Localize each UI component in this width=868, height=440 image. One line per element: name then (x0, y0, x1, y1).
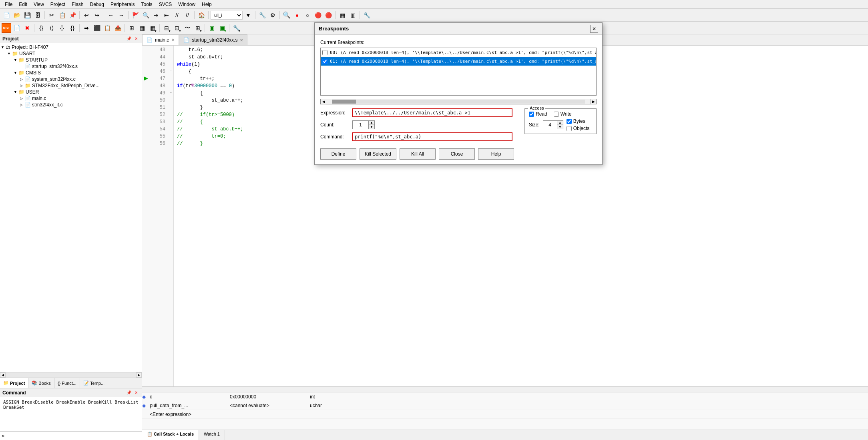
brace1-btn[interactable]: {} (36, 23, 46, 33)
dropdown-arrow[interactable]: ▼ (243, 10, 253, 20)
tree-item-mainc[interactable]: ▷ 📄 main.c (1, 95, 141, 102)
green-btn[interactable]: ▣ (207, 23, 217, 33)
size-down-icon[interactable]: ▼ (557, 125, 563, 129)
run-btn[interactable]: ● (292, 10, 302, 20)
undo-button[interactable]: ↩ (82, 10, 91, 20)
col2-btn[interactable]: ⊡▼ (172, 23, 182, 33)
dialog-close-button[interactable]: ✕ (590, 25, 598, 33)
tab-startup-close[interactable]: ✕ (240, 38, 243, 42)
bp-scroll-right-icon[interactable]: ▶ (591, 99, 596, 104)
stop-btn[interactable]: ○ (303, 10, 312, 20)
expand-arrow-system[interactable]: ▷ (20, 77, 25, 81)
tree-item-stdperiph[interactable]: ▷ 📁 STM32F4xx_StdPeriph_Drive... (1, 82, 141, 89)
menu-file[interactable]: File (2, 1, 16, 8)
watch-row-2[interactable]: ◆ pull_data_from_... <cannot evaluate> u… (142, 401, 868, 410)
scroll-left-icon[interactable]: ◀ (0, 372, 6, 378)
settings-btn[interactable]: 🔧 (362, 10, 372, 20)
count-up-icon[interactable]: ▲ (369, 121, 374, 125)
cc-46[interactable]: − (168, 67, 173, 74)
search-icon-btn[interactable]: 🔍 (282, 10, 291, 20)
grid2-btn[interactable]: ▦ (137, 23, 147, 33)
tab-mainc-close[interactable]: ✕ (171, 38, 175, 42)
size-up-icon[interactable]: ▲ (557, 121, 563, 125)
close-button[interactable]: Close (439, 148, 475, 160)
expand-arrow-project[interactable]: ▼ (1, 45, 6, 49)
command-close-icon[interactable]: ✕ (133, 390, 139, 396)
help-button[interactable]: Help (478, 148, 514, 160)
tree-item-cmsis[interactable]: ▼ 📁 CMSIS (1, 70, 141, 76)
uncomment-button[interactable]: // (183, 10, 192, 20)
watch-row-1[interactable]: ◆ c 0x00000000 int (142, 392, 868, 401)
tb2-1[interactable]: 📄 (12, 23, 22, 33)
size-input[interactable] (543, 120, 557, 129)
tree-item-system[interactable]: ▷ 📄 system_stm32f4xx.c (1, 76, 141, 82)
bookmark-button[interactable]: 🚩 (131, 10, 140, 20)
layout2-btn[interactable]: ▥ (348, 10, 358, 20)
menu-project[interactable]: Project (47, 1, 68, 8)
tb2-2[interactable]: ✖ (22, 23, 32, 33)
paste-button[interactable]: 📌 (68, 10, 77, 20)
nav-fwd-button[interactable]: → (117, 10, 126, 20)
redo-button[interactable]: ↪ (92, 10, 102, 20)
step2-btn[interactable]: 📋 (102, 23, 112, 33)
arrow-btn[interactable]: ➡ (82, 23, 91, 33)
brace3-btn[interactable]: {} (57, 23, 67, 33)
menu-window[interactable]: Window (175, 1, 199, 8)
breakpoints-list[interactable]: 00: (A read 0x20000018 len=4), '\\Templa… (320, 48, 597, 96)
menu-debug[interactable]: Debug (87, 1, 107, 8)
save-all-button[interactable]: 🗄 (33, 10, 42, 20)
expand-arrow-startup[interactable]: ▼ (14, 58, 18, 62)
pin-icon[interactable]: 📌 (126, 36, 132, 42)
col3-btn[interactable]: ⊞▼ (193, 23, 203, 33)
menu-view[interactable]: View (30, 1, 47, 8)
menu-peripherals[interactable]: Peripherals (107, 1, 138, 8)
editor-hscroll[interactable] (142, 386, 868, 392)
define-button[interactable]: Define (320, 148, 356, 160)
tree-item-project[interactable]: ▼ 🗂 Project: BH-F407 (1, 44, 141, 50)
wave-btn[interactable]: 〜 (183, 23, 192, 33)
menu-tools[interactable]: Tools (138, 1, 156, 8)
tab-project[interactable]: 📁 Project (0, 378, 28, 388)
comment-button[interactable]: // (172, 10, 182, 20)
open-button[interactable]: 📂 (12, 10, 22, 20)
expand-arrow-cmsis[interactable]: ▼ (14, 71, 18, 75)
count-input[interactable] (352, 120, 368, 129)
command-pin-icon[interactable]: 📌 (126, 390, 132, 396)
grid3-btn[interactable]: ▦▼ (148, 23, 157, 33)
save-button[interactable]: 💾 (22, 10, 32, 20)
expand-arrow-user[interactable]: ▼ (14, 90, 18, 94)
watch-tab-watch1[interactable]: Watch 1 (199, 430, 225, 440)
tree-item-startup[interactable]: ▼ 📁 STARTUP (1, 57, 141, 63)
target-dropdown[interactable]: ull_i (211, 11, 243, 20)
objects-checkbox[interactable] (567, 126, 572, 131)
build1-btn[interactable]: 🔧 (257, 10, 267, 20)
bp-checkbox-0[interactable] (322, 50, 328, 55)
expand-arrow-stm32it[interactable]: ▷ (20, 103, 25, 107)
menu-edit[interactable]: Edit (16, 1, 30, 8)
watch-tab-callstack[interactable]: 📋 Call Stack + Locals (142, 430, 199, 440)
indent2-button[interactable]: ⇤ (162, 10, 171, 20)
nav-back-button[interactable]: ← (106, 10, 116, 20)
layout-btn[interactable]: ▦ (338, 10, 347, 20)
expand-arrow-mainc[interactable]: ▷ (20, 96, 25, 100)
tb-icon1[interactable]: 🏠 (197, 10, 206, 20)
wrench-btn[interactable]: 🔧▼ (231, 23, 241, 33)
close-panel-icon[interactable]: ✕ (133, 36, 139, 42)
bp-item-1[interactable]: 01: (A read 0x20000018 len=4), '\\Templa… (321, 57, 596, 66)
tree-item-startup-file[interactable]: 📄 startup_stm32f40xx.s (1, 63, 141, 70)
step-btn[interactable]: ⬛ (92, 23, 102, 33)
kill-all-button[interactable]: Kill All (400, 148, 436, 160)
new-button[interactable]: 📄 (2, 10, 11, 20)
read-checkbox[interactable] (529, 112, 534, 117)
expand-arrow-usart[interactable]: ▼ (7, 52, 12, 56)
tb-icon2[interactable]: 🔴 (313, 10, 323, 20)
watch-row-enter[interactable]: ◆ <Enter expression> (142, 410, 868, 419)
count-down-icon[interactable]: ▼ (369, 125, 374, 129)
command-input[interactable] (6, 433, 140, 439)
bp-checkbox-1[interactable] (322, 59, 328, 64)
rst-btn[interactable]: RST (2, 23, 11, 33)
col-btn[interactable]: ⊟▼ (162, 23, 171, 33)
indent-button[interactable]: ⇥ (151, 10, 161, 20)
tree-item-user[interactable]: ▼ 📁 USER (1, 89, 141, 95)
brace2-btn[interactable]: ⟨⟩ (47, 23, 56, 33)
